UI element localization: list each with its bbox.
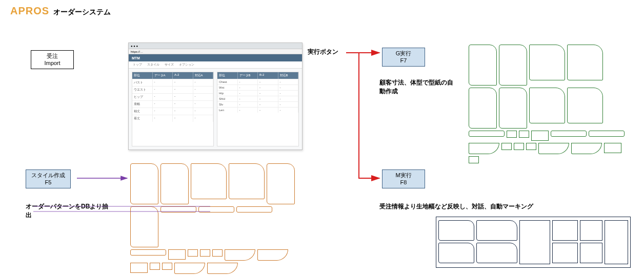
pattern-piece (571, 143, 602, 154)
style-label-1: スタイル作成 (31, 172, 65, 179)
pattern-piece (552, 220, 578, 241)
pattern-piece (469, 131, 505, 137)
pattern-piece (225, 249, 255, 261)
pattern-piece (469, 88, 497, 129)
td: 袖丈 (132, 108, 153, 115)
browser-tab[interactable]: トップ (133, 62, 142, 67)
pattern-piece (212, 249, 223, 257)
pattern-piece (552, 243, 578, 263)
pattern-piece (160, 206, 196, 213)
pattern-piece (257, 249, 288, 261)
td: ウエスト (132, 87, 153, 93)
pattern-piece (589, 131, 625, 137)
pattern-piece (207, 263, 238, 274)
pattern-piece (499, 45, 527, 86)
pattern-piece (130, 206, 158, 247)
pattern-pieces-green (467, 43, 631, 176)
pattern-piece (162, 263, 172, 270)
pattern-piece (229, 163, 265, 199)
td: バスト (132, 79, 153, 86)
style-create-button[interactable]: スタイル作成 F5 (26, 169, 71, 188)
m-exec-label-2: F8 (388, 179, 419, 186)
pattern-piece (529, 45, 565, 80)
pattern-piece (605, 220, 628, 264)
import-button[interactable]: 受注 Import (31, 50, 74, 69)
pattern-piece (267, 163, 295, 204)
pattern-piece (130, 249, 166, 256)
td: Wst (217, 85, 238, 90)
th: B-2 (258, 72, 278, 79)
g-exec-desc: 顧客寸法、体型で型紙の自動作成 (379, 78, 456, 96)
g-exec-label-1: G実行 (388, 50, 419, 57)
exec-button-label: 実行ボタン (308, 48, 338, 56)
header: APROS オーダーシステム (10, 5, 634, 17)
pattern-piece (507, 131, 517, 138)
browser-tab[interactable]: スタイル (147, 62, 159, 67)
pattern-piece (188, 249, 198, 257)
pattern-piece (438, 243, 474, 263)
import-label-2: Import (36, 59, 68, 67)
pattern-piece (501, 143, 512, 150)
m-exec-label-1: M実行 (388, 172, 419, 179)
td: 着丈 (132, 115, 153, 122)
td: Shld (217, 96, 238, 101)
pattern-piece (469, 45, 497, 86)
pattern-piece (200, 249, 210, 257)
pattern-piece (499, 88, 527, 129)
pattern-pieces-orange (128, 161, 303, 269)
pattern-piece (604, 143, 621, 153)
th: 対応B (278, 72, 299, 79)
td: Chest (217, 79, 238, 84)
td: 肩幅 (132, 101, 153, 108)
browser-appbar: MTM (129, 54, 302, 61)
th: 対応A (193, 72, 214, 79)
pattern-piece (526, 143, 536, 150)
th: A-2 (173, 72, 193, 79)
mini-table-right: 部位 データB B-2 対応B Chest--- Wst--- Hip--- S… (217, 72, 299, 146)
m-exec-desc: 受注情報より生地幅など反映し、対話、自動マーキング (379, 202, 615, 211)
diagram-canvas: 受注 Import スタイル作成 F5 オーダーパターンをDBより抽出 実行ボタ… (10, 27, 634, 268)
pattern-piece (567, 88, 603, 123)
pattern-piece (538, 143, 569, 154)
m-exec-button[interactable]: M実行 F8 (382, 169, 425, 188)
browser-urlbar: https://… (129, 49, 302, 54)
pattern-piece (174, 263, 205, 274)
td: Slv (217, 102, 238, 107)
pattern-piece (580, 220, 602, 241)
pattern-piece (191, 163, 227, 199)
brand-logo: APROS (10, 5, 49, 17)
td: Len (217, 108, 238, 113)
pattern-piece (476, 220, 517, 241)
mini-table-left: 部位 データA A-2 対応A バスト--- ウエスト--- ヒップ--- 肩幅… (132, 72, 214, 146)
th: データA (153, 72, 173, 79)
browser-titlebar: ● ● ● (129, 43, 302, 49)
db-extract-label: オーダーパターンをDBより抽出 (26, 202, 113, 220)
pattern-piece (519, 220, 550, 264)
browser-mock: ● ● ● https://… MTM トップ スタイル サイズ オプション 部… (128, 43, 303, 150)
pattern-piece (198, 206, 234, 213)
browser-tab[interactable]: オプション (179, 62, 194, 67)
pattern-piece (438, 220, 474, 241)
th: 部位 (217, 72, 238, 79)
brand-subtitle: オーダーシステム (53, 8, 111, 17)
pattern-piece (476, 243, 517, 263)
th: データB (238, 72, 258, 79)
td: ヒップ (132, 94, 153, 100)
import-label-1: 受注 (36, 52, 68, 59)
pattern-piece (514, 143, 524, 150)
browser-tabs: トップ スタイル サイズ オプション (129, 61, 302, 69)
g-exec-button[interactable]: G実行 F7 (382, 48, 425, 67)
pattern-piece (168, 249, 186, 260)
pattern-piece (236, 206, 272, 213)
browser-tab[interactable]: サイズ (165, 62, 174, 67)
pattern-piece (529, 88, 565, 123)
pattern-piece (130, 163, 158, 204)
browser-body: 部位 データA A-2 対応A バスト--- ウエスト--- ヒップ--- 肩幅… (129, 69, 302, 150)
pattern-piece (469, 143, 499, 154)
pattern-piece (567, 45, 603, 80)
pattern-piece (531, 131, 549, 141)
pattern-piece (469, 156, 479, 163)
g-exec-label-2: F7 (388, 57, 419, 64)
pattern-piece (519, 131, 529, 138)
pattern-piece (130, 263, 148, 273)
